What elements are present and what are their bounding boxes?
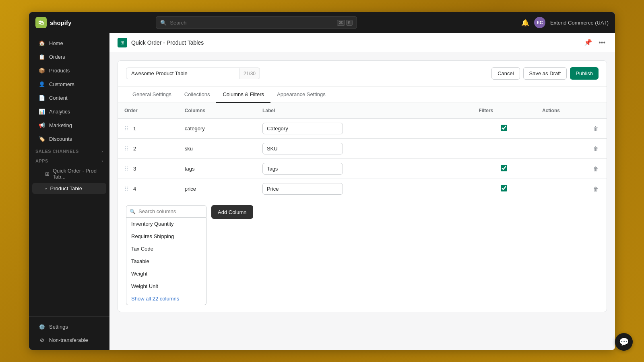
non-transferable-icon: ⊘ [39,337,45,343]
tab-general-settings[interactable]: General Settings [126,86,178,103]
sidebar-item-label: Non-transferable [49,337,88,343]
sidebar-item-marketing[interactable]: 📢 Marketing [32,119,106,132]
sidebar-item-settings[interactable]: ⚙️ Settings [32,320,106,333]
sidebar-item-label: Marketing [49,122,72,128]
label-input[interactable] [262,143,343,154]
table-title-input[interactable] [126,68,239,79]
save-draft-button[interactable]: Save as Draft [523,67,567,80]
pin-button[interactable]: 📌 [582,37,594,48]
actions-cell: 🗑 [536,139,607,159]
chat-button[interactable]: 💬 [615,333,633,351]
search-shortcut: ⌘ K [337,20,353,26]
sidebar-item-label: Product Table [50,185,82,191]
delete-row-button[interactable]: 🗑 [591,124,600,134]
sidebar-item-home[interactable]: 🏠 Home [32,37,106,49]
search-input[interactable] [170,20,333,26]
sidebar-item-product-table[interactable]: ◦ Product Table [32,183,106,194]
table-row: ⠿ 2 sku 🗑 [118,139,607,159]
delete-row-button[interactable]: 🗑 [591,144,600,154]
order-cell: ⠿ 1 [118,119,178,139]
order-header: Order [118,103,178,119]
dropdown-item[interactable]: Weight Unit [126,280,206,292]
order-cell: ⠿ 2 [118,139,178,159]
topbar: 🛍 shopify 🔍 ⌘ K 🔔 EC Extend Commerce (UA… [29,12,615,33]
sidebar-item-analytics[interactable]: 📊 Analytics [32,105,106,118]
tab-collections[interactable]: Collections [178,86,217,103]
search-columns-input[interactable] [126,205,206,218]
sidebar-item-orders[interactable]: 📋 Orders [32,50,106,63]
sidebar-item-products[interactable]: 📦 Products [32,64,106,77]
apps-section: Apps › [29,155,109,165]
show-all-columns-link[interactable]: Show all 22 columns [126,292,206,305]
sidebar-item-customers[interactable]: 👤 Customers [32,78,106,90]
tab-appearance-settings[interactable]: Appearance Settings [270,86,332,103]
order-cell: ⠿ 3 [118,159,178,179]
columns-header: Columns [178,103,256,119]
dropdown-item[interactable]: Weight [126,267,206,280]
page-title: Quick Order - Product Tables [131,39,204,46]
sidebar-item-non-transferable[interactable]: ⊘ Non-transferable [32,333,106,346]
sidebar-item-quick-order[interactable]: ⊞ Quick Order - Prod Tab... [32,165,106,182]
table-row: ⠿ 1 category 🗑 [118,119,607,139]
notification-bell-icon[interactable]: 🔔 [521,19,529,27]
discounts-icon: 🏷️ [39,136,45,142]
delete-row-button[interactable]: 🗑 [591,184,600,194]
delete-row-button[interactable]: 🗑 [591,164,600,174]
drag-handle-icon[interactable]: ⠿ [124,125,128,132]
order-number: 4 [133,186,136,192]
sidebar-item-label: Quick Order - Prod Tab... [53,168,100,180]
table-header-row: Order Columns Label Filters Actions [118,103,607,119]
cancel-button[interactable]: Cancel [491,67,520,80]
sidebar-item-content[interactable]: 📄 Content [32,91,106,104]
add-column-button[interactable]: Add Column [211,205,253,219]
label-input[interactable] [262,123,343,134]
label-input[interactable] [262,163,343,175]
drag-handle-icon[interactable]: ⠿ [124,146,128,152]
orders-icon: 📋 [39,53,45,60]
sidebar-item-label: Content [49,95,68,101]
topbar-right: 🔔 EC Extend Commerce (UAT) [521,17,609,28]
tab-columns-filters[interactable]: Columns & Filters [216,86,270,103]
actions-cell: 🗑 [536,159,607,179]
dropdown-item[interactable]: Requires Shipping [126,230,206,243]
shortcut-k: K [346,20,353,26]
search-columns-dropdown: 🔍 Inventory QuantityRequires ShippingTax… [126,205,206,305]
drag-handle-icon[interactable]: ⠿ [124,166,128,172]
chevron-right-icon: › [101,159,103,163]
settings-icon: ⚙️ [39,323,45,330]
products-icon: 📦 [39,67,45,74]
sidebar-item-discounts[interactable]: 🏷️ Discounts [32,132,106,145]
dropdown-item[interactable]: Taxable [126,255,206,267]
publish-button[interactable]: Publish [570,67,599,80]
search-bar[interactable]: 🔍 ⌘ K [156,16,357,29]
column-name-cell: category [178,119,256,139]
shopify-bag-icon: 🛍 [35,17,47,28]
page-icon: ⊞ [118,38,127,47]
dropdown-item[interactable]: Inventory Quantity [126,218,206,230]
order-cell: ⠿ 4 [118,179,178,199]
filter-checkbox[interactable] [501,125,507,131]
filter-cell [472,119,536,139]
chevron-right-icon: › [101,149,103,154]
more-options-button[interactable]: ••• [597,37,607,48]
sidebar-item-label: Products [49,68,70,74]
filter-checkbox[interactable] [501,165,507,171]
filter-checkbox[interactable] [501,185,507,191]
char-count: 21/30 [239,68,260,79]
label-input[interactable] [262,183,343,195]
columns-table: Order Columns Label Filters Actions [118,103,607,199]
page-header-actions: 📌 ••• [582,37,607,48]
title-input-wrapper: 21/30 [126,68,260,79]
dropdown-item[interactable]: Tax Code [126,243,206,255]
column-name-cell: tags [178,159,256,179]
analytics-icon: 📊 [39,108,45,115]
home-icon: 🏠 [39,40,45,46]
avatar[interactable]: EC [534,17,545,28]
dropdown-list: Inventory QuantityRequires ShippingTax C… [126,218,206,305]
drag-handle-icon[interactable]: ⠿ [124,186,128,192]
content-body: 21/30 Cancel Save as Draft Publish Gener… [109,52,615,350]
sidebar: 🏠 Home 📋 Orders 📦 Products 👤 Customers 📄 [29,33,109,350]
shortcut-cmd: ⌘ [337,20,345,26]
sidebar-item-label: Orders [49,54,65,60]
label-cell [256,119,472,139]
